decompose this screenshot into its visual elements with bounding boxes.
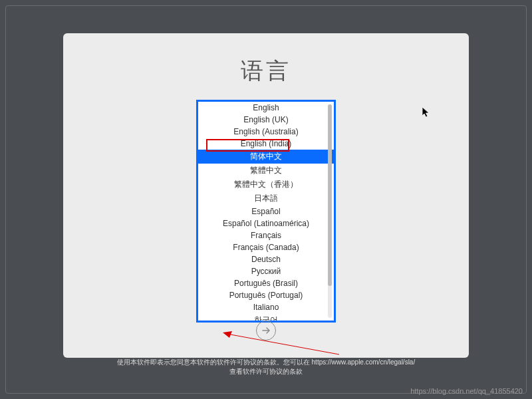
list-item[interactable]: Deutsch [198, 253, 334, 265]
watermark-text: https://blog.csdn.net/qq_41855420 [410, 387, 523, 395]
footer-line1: 使用本软件即表示您同意本软件的软件许可协议的条款。您可以在 https://ww… [0, 358, 532, 367]
language-list-scroll[interactable]: EnglishEnglish (UK)English (Australia)En… [198, 102, 334, 321]
list-item[interactable]: 繁體中文（香港） [198, 178, 334, 192]
list-item[interactable]: Português (Portugal) [198, 289, 334, 301]
list-item[interactable]: English (Australia) [198, 126, 334, 138]
language-panel: 语言 EnglishEnglish (UK)English (Australia… [63, 33, 469, 358]
arrow-right-icon [261, 325, 271, 336]
list-item[interactable]: Italiano [198, 301, 334, 313]
list-item[interactable]: English (UK) [198, 114, 334, 126]
list-item[interactable]: 日本語 [198, 192, 334, 205]
next-button[interactable] [256, 321, 276, 340]
list-item[interactable]: English (India) [198, 138, 334, 150]
scrollbar-thumb[interactable] [328, 104, 332, 286]
list-item[interactable]: 简体中文 [198, 150, 334, 164]
footer-text: 使用本软件即表示您同意本软件的软件许可协议的条款。您可以在 https://ww… [0, 358, 532, 376]
scrollbar-track[interactable] [328, 104, 332, 318]
page-title: 语言 [63, 56, 469, 86]
list-item[interactable]: Русский [198, 265, 334, 277]
list-item[interactable]: Español (Latinoamérica) [198, 217, 334, 229]
list-item[interactable]: 繁體中文 [198, 164, 334, 178]
list-item[interactable]: Français (Canada) [198, 241, 334, 253]
list-item[interactable]: Português (Brasil) [198, 277, 334, 289]
language-list: EnglishEnglish (UK)English (Australia)En… [196, 100, 336, 323]
list-item[interactable]: Español [198, 205, 334, 217]
list-item[interactable]: 한국어 [198, 313, 334, 321]
list-item[interactable]: Français [198, 229, 334, 241]
list-item[interactable]: English [198, 102, 334, 114]
footer-line2: 查看软件许可协议的条款 [0, 367, 532, 376]
